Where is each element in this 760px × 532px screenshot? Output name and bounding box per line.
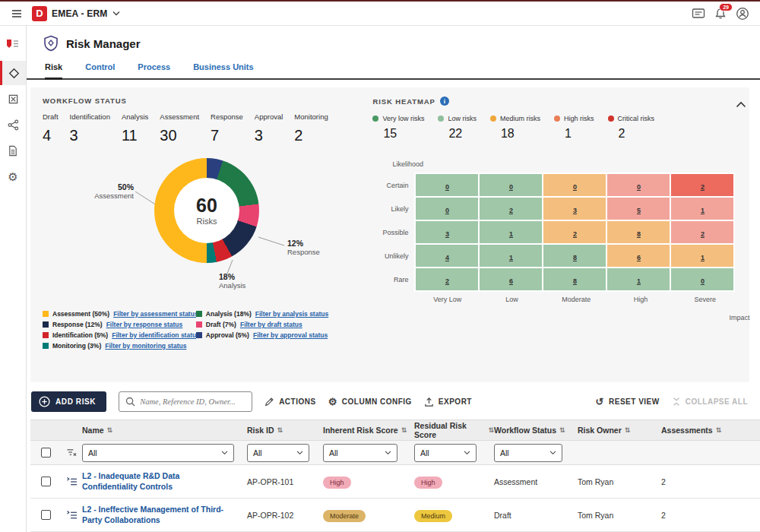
clear-filters-icon[interactable] <box>61 448 82 458</box>
heatmap-cell[interactable]: 6 <box>479 268 543 291</box>
heatmap-cell[interactable]: 3 <box>415 220 479 244</box>
risk-name-link[interactable]: L2 - Inadequate R&D Data Confidentiality… <box>82 471 247 492</box>
risk-tree-icon[interactable] <box>61 477 82 486</box>
inherent-risk-score-filter-select[interactable]: All <box>323 444 397 462</box>
heatmap-cell[interactable]: 2 <box>543 220 606 244</box>
hamburger-menu-icon[interactable] <box>11 8 23 20</box>
heatmap-row-label: Unlikely <box>372 244 415 268</box>
heatmap-cell[interactable]: 8 <box>543 244 606 268</box>
select-all-checkbox[interactable] <box>41 448 51 458</box>
heatmap-cell[interactable]: 2 <box>670 173 734 197</box>
workspace-switcher[interactable]: D EMEA - ERM <box>32 6 120 21</box>
legend-swatch <box>43 332 49 338</box>
heatmap-cell[interactable]: 0 <box>543 173 606 197</box>
heatmap-cell[interactable]: 0 <box>606 173 670 197</box>
filter-link[interactable]: Filter by approval status <box>253 331 328 339</box>
workflow-status-stats: Draft4 Identification3 Analysis11 Assess… <box>43 112 362 144</box>
sort-icon[interactable]: ⇅ <box>716 426 722 434</box>
chevron-down-icon <box>296 451 303 455</box>
heatmap-cell[interactable]: 4 <box>415 244 479 268</box>
actions-button[interactable]: ACTIONS <box>264 397 316 407</box>
risk-name-link[interactable]: L2 - Ineffective Management of Third-Par… <box>82 505 247 525</box>
sort-icon[interactable]: ⇅ <box>625 426 631 434</box>
row-checkbox[interactable] <box>41 477 51 486</box>
export-button[interactable]: EXPORT <box>424 397 472 407</box>
filter-link[interactable]: Filter by assessment status <box>113 310 196 318</box>
heatmap-cell[interactable]: 0 <box>670 268 734 291</box>
sort-icon[interactable]: ⇅ <box>277 426 283 434</box>
sort-icon[interactable]: ⇅ <box>401 426 407 434</box>
heatmap-cell[interactable]: 2 <box>479 197 543 220</box>
sidebar-item-settings-gear-icon[interactable]: ⚙ <box>0 164 26 188</box>
collapse-all-button[interactable]: COLLAPSE ALL <box>672 397 748 407</box>
sidebar-item-controls[interactable] <box>0 87 26 111</box>
reset-view-button[interactable]: ↺ RESET VIEW <box>596 397 660 407</box>
heatmap-cell[interactable]: 2 <box>670 220 734 244</box>
column-header-assessments[interactable]: Assessments⇅ <box>661 426 760 435</box>
stat-draft: Draft4 <box>43 112 59 144</box>
filter-link[interactable]: Filter by analysis status <box>255 310 328 318</box>
sidebar-item-process-icon[interactable] <box>0 112 26 137</box>
heatmap-cell[interactable]: 1 <box>479 244 543 268</box>
heatmap-cell[interactable]: 0 <box>415 173 479 197</box>
column-header-workflow-status[interactable]: Workflow Status⇅ <box>494 426 578 435</box>
heatmap-row-label: Certain <box>372 173 415 197</box>
heatmap-cell[interactable]: 6 <box>606 244 670 268</box>
collapse-panel-chevron-icon[interactable] <box>736 101 746 108</box>
legend-low-risks: Low risks 22 <box>438 115 477 141</box>
column-header-risk-owner[interactable]: Risk Owner⇅ <box>578 426 661 435</box>
legend-very-low-risks: Very low risks 15 <box>372 115 424 141</box>
column-header-residual-risk-score[interactable]: Residual Risk Score⇅ <box>414 421 494 439</box>
filter-link[interactable]: Filter by response status <box>106 321 183 328</box>
column-header-inherent-risk-score[interactable]: Inherent Risk Score⇅ <box>323 426 414 435</box>
donut-chart[interactable]: 60 Risks <box>154 158 259 263</box>
sort-icon[interactable]: ⇅ <box>559 426 565 434</box>
legend-analysis: Analysis (18%)Filter by analysis status <box>196 310 363 318</box>
assessments-count: 2 <box>661 511 760 520</box>
table-row[interactable]: L2 - Ineffective Management of Third-Par… <box>30 499 760 532</box>
messages-icon[interactable] <box>692 8 705 19</box>
heatmap-cell[interactable]: 1 <box>670 197 734 220</box>
workflow-status-filter-select[interactable]: All <box>494 444 562 462</box>
add-risk-button[interactable]: ADD RISK <box>31 391 106 412</box>
column-header-risk-id[interactable]: Risk ID⇅ <box>247 426 323 435</box>
risk-id-filter-select[interactable]: All <box>247 444 309 462</box>
column-header-name[interactable]: Name⇅ <box>82 426 247 435</box>
sort-icon[interactable]: ⇅ <box>488 426 494 434</box>
sidebar-item-risk-manager[interactable] <box>0 61 26 85</box>
heatmap-cell[interactable]: 1 <box>479 220 543 244</box>
name-filter-select[interactable]: All <box>82 444 234 462</box>
filter-link[interactable]: Filter by identification status <box>112 331 196 339</box>
sidebar-item-documents-icon[interactable] <box>0 138 26 163</box>
residual-risk-score-filter-select[interactable]: All <box>414 444 477 462</box>
tab-process[interactable]: Process <box>138 62 170 78</box>
heatmap-cell[interactable]: 3 <box>543 197 606 220</box>
account-avatar-icon[interactable] <box>736 7 749 21</box>
sort-icon[interactable]: ⇅ <box>107 426 113 434</box>
table-row[interactable]: L2 - Inadequate R&D Data Confidentiality… <box>30 465 760 499</box>
heatmap-cell[interactable]: 2 <box>415 268 479 291</box>
risk-id: AP-OPR-101 <box>247 477 323 486</box>
tab-control[interactable]: Control <box>85 62 115 78</box>
filter-link[interactable]: Filter by draft status <box>240 321 302 328</box>
callout-assessment: 50% Assessment <box>49 182 134 200</box>
tab-business-units[interactable]: Business Units <box>193 62 253 78</box>
notifications-bell-icon[interactable]: 29 <box>714 8 727 20</box>
risk-tree-icon[interactable] <box>61 510 82 520</box>
legend-monitoring: Monitoring (3%)Filter by monitoring stat… <box>43 342 196 350</box>
heatmap-cell[interactable]: 1 <box>670 244 734 268</box>
heatmap-cell[interactable]: 0 <box>415 197 479 220</box>
filter-link[interactable]: Filter by monitoring status <box>105 342 186 350</box>
risk-search-input[interactable] <box>140 397 245 406</box>
heatmap-cell[interactable]: 1 <box>606 268 670 291</box>
heatmap-info-icon[interactable]: i <box>440 97 449 106</box>
risk-owner: Tom Ryan <box>578 477 661 486</box>
row-checkbox[interactable] <box>41 510 51 520</box>
column-config-button[interactable]: ⚙ COLUMN CONFIG <box>328 397 412 407</box>
heatmap-cell[interactable]: 8 <box>543 268 606 291</box>
tab-risk[interactable]: Risk <box>45 62 62 80</box>
heatmap-cell[interactable]: 0 <box>479 173 543 197</box>
heatmap-cell[interactable]: 8 <box>606 220 670 244</box>
heatmap-cell[interactable]: 5 <box>606 197 670 220</box>
sidebar-app-logo-icon[interactable] <box>0 32 26 56</box>
